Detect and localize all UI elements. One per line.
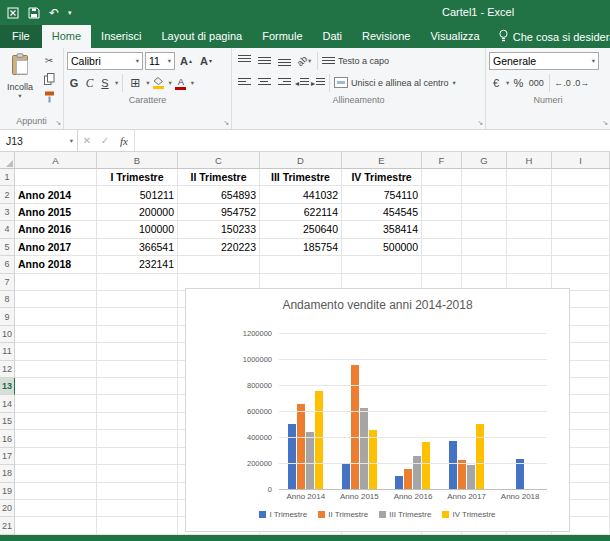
bar-ii-trimestre[interactable] (351, 365, 359, 489)
increase-indent-icon[interactable]: ▸ (311, 78, 325, 89)
insert-function-icon[interactable]: fx (114, 130, 135, 151)
bar-i-trimestre[interactable] (395, 476, 403, 489)
bar-iv-trimestre[interactable] (369, 430, 377, 489)
tab-file[interactable]: File (0, 25, 42, 48)
tab-layout-di-pagina[interactable]: Layout di pagina (151, 25, 252, 48)
cell-B11[interactable] (97, 343, 178, 360)
cell-F5[interactable] (422, 239, 462, 256)
cell-B18[interactable] (97, 465, 178, 482)
save-icon[interactable] (28, 4, 40, 22)
app-icon[interactable] (7, 4, 19, 22)
cell-H2[interactable] (507, 186, 552, 203)
row-header-12[interactable]: 12 (0, 361, 15, 378)
format-painter-icon[interactable] (40, 89, 58, 104)
align-center-icon[interactable] (255, 74, 273, 92)
cell-B6[interactable]: 232141 (97, 256, 178, 273)
bar-iii-trimestre[interactable] (467, 465, 475, 489)
fill-color-dropdown-icon[interactable]: ▾ (169, 79, 172, 87)
number-dialog-launcher[interactable]: ↘ (602, 119, 608, 127)
row-header-21[interactable]: 21 (0, 517, 15, 534)
cell-I3[interactable] (552, 204, 610, 221)
cell-A1[interactable] (15, 169, 97, 186)
bar-i-trimestre[interactable] (449, 441, 457, 489)
cell-F6[interactable] (422, 256, 462, 273)
fill-color-icon[interactable] (152, 77, 166, 89)
cell-B13[interactable] (97, 378, 178, 395)
cell-A8[interactable] (15, 291, 97, 308)
paste-dropdown-icon[interactable]: ▾ (18, 92, 21, 100)
cell-B9[interactable] (97, 308, 178, 325)
row-header-15[interactable]: 15 (0, 413, 15, 430)
cell-E3[interactable]: 454545 (342, 204, 422, 221)
bold-button[interactable]: G (67, 74, 81, 92)
cell-A10[interactable] (15, 326, 97, 343)
enter-icon[interactable]: ✓ (96, 130, 114, 151)
cell-A11[interactable] (15, 343, 97, 360)
bar-iv-trimestre[interactable] (315, 391, 323, 489)
cell-B21[interactable] (97, 517, 178, 534)
cell-G2[interactable] (462, 186, 507, 203)
cell-F3[interactable] (422, 204, 462, 221)
cell-D1[interactable]: III Trimestre (260, 169, 342, 186)
cell-B12[interactable] (97, 361, 178, 378)
bar-iii-trimestre[interactable] (306, 432, 314, 489)
italic-button[interactable]: C (83, 74, 96, 92)
cell-A17[interactable] (15, 448, 97, 465)
cell-I2[interactable] (552, 186, 610, 203)
cell-F4[interactable] (422, 221, 462, 238)
cell-A12[interactable] (15, 361, 97, 378)
column-header-F[interactable]: F (422, 152, 462, 169)
font-family-select[interactable]: Calibri ▾ (67, 52, 143, 70)
increase-font-icon[interactable]: A▴ (177, 52, 195, 70)
row-header-13[interactable]: 13 (0, 378, 15, 395)
cell-G4[interactable] (462, 221, 507, 238)
cell-A19[interactable] (15, 483, 97, 500)
font-size-select[interactable]: 11 ▾ (145, 52, 175, 70)
cell-G6[interactable] (462, 256, 507, 273)
cell-B19[interactable] (97, 483, 178, 500)
cell-C3[interactable]: 954752 (178, 204, 260, 221)
cell-A18[interactable] (15, 465, 97, 482)
row-header-3[interactable]: 3 (0, 204, 15, 221)
cell-A16[interactable] (15, 430, 97, 447)
tab-revisione[interactable]: Revisione (352, 25, 420, 48)
cell-A15[interactable] (15, 413, 97, 430)
cell-A2[interactable]: Anno 2014 (15, 186, 97, 203)
cell-A13[interactable] (15, 378, 97, 395)
decrease-decimal-icon[interactable]: .0→ (573, 78, 590, 88)
borders-icon[interactable]: ⊞ (127, 74, 143, 92)
row-header-19[interactable]: 19 (0, 483, 15, 500)
column-header-B[interactable]: B (97, 152, 178, 169)
column-header-E[interactable]: E (342, 152, 422, 169)
align-left-icon[interactable] (235, 74, 253, 92)
accounting-format-icon[interactable]: € (489, 74, 503, 92)
align-bottom-icon[interactable] (275, 52, 293, 70)
cell-A6[interactable]: Anno 2018 (15, 256, 97, 273)
row-header-4[interactable]: 4 (0, 221, 15, 238)
cell-D2[interactable]: 441032 (260, 186, 342, 203)
cell-B15[interactable] (97, 413, 178, 430)
paste-button[interactable]: Incolla ▾ (3, 51, 37, 114)
row-header-16[interactable]: 16 (0, 430, 15, 447)
borders-dropdown-icon[interactable]: ▾ (146, 79, 149, 87)
cut-icon[interactable]: ✂ (40, 53, 58, 68)
cell-C5[interactable]: 220223 (178, 239, 260, 256)
bar-i-trimestre[interactable] (288, 424, 296, 489)
cell-H4[interactable] (507, 221, 552, 238)
align-top-icon[interactable] (235, 52, 253, 70)
comma-style-icon[interactable]: 000 (527, 78, 545, 88)
tab-inserisci[interactable]: Inserisci (91, 25, 151, 48)
cell-B5[interactable]: 366541 (97, 239, 178, 256)
cell-E1[interactable]: IV Trimestre (342, 169, 422, 186)
decrease-font-icon[interactable]: A▾ (197, 52, 215, 70)
number-format-select[interactable]: Generale ▾ (489, 52, 599, 70)
tell-me-box[interactable]: Che cosa si desidera fare... (498, 25, 610, 48)
clipboard-dialog-launcher[interactable]: ↘ (55, 119, 61, 127)
cell-C6[interactable] (178, 256, 260, 273)
formula-input[interactable] (135, 130, 610, 151)
orientation-icon[interactable]: ab▾ (295, 52, 313, 70)
bar-ii-trimestre[interactable] (404, 469, 412, 489)
merge-center-button[interactable]: Unisci e allinea al centro ▾ (334, 77, 456, 90)
name-box[interactable]: J13 ▾ (0, 130, 78, 151)
accounting-dropdown-icon[interactable]: ▾ (506, 79, 509, 87)
